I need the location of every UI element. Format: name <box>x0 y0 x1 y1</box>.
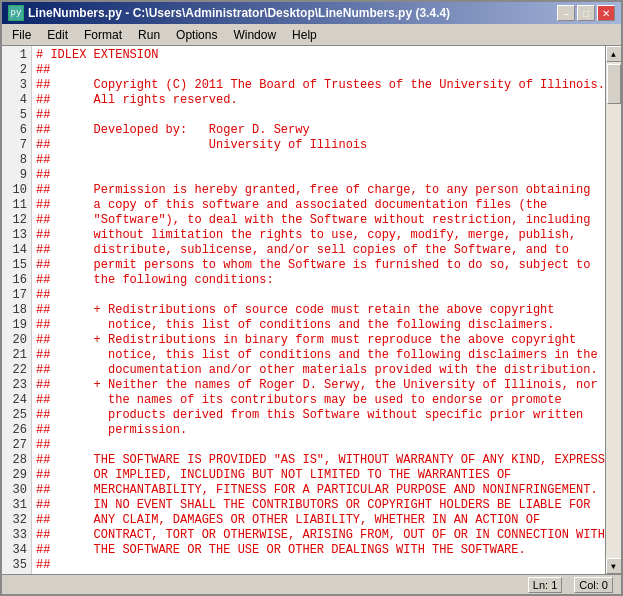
code-line: ## products derived from this Software w… <box>36 408 601 423</box>
line-number: 11 <box>6 198 27 213</box>
code-line: ## Developed by: Roger D. Serwy <box>36 123 601 138</box>
code-line: ## <box>36 558 601 573</box>
code-line: ## THE SOFTWARE IS PROVIDED "AS IS", WIT… <box>36 453 601 468</box>
line-number: 7 <box>6 138 27 153</box>
line-number: 3 <box>6 78 27 93</box>
code-line: ## ANY CLAIM, DAMAGES OR OTHER LIABILITY… <box>36 513 601 528</box>
line-number: 35 <box>6 558 27 573</box>
code-line: ## the following conditions: <box>36 273 601 288</box>
line-number: 19 <box>6 318 27 333</box>
minimize-button[interactable]: – <box>557 5 575 21</box>
code-line: ## notice, this list of conditions and t… <box>36 348 601 363</box>
code-line: ## <box>36 153 601 168</box>
code-line: ## without limitation the rights to use,… <box>36 228 601 243</box>
menu-bar: File Edit Format Run Options Window Help <box>2 24 621 46</box>
code-line: ## permit persons to whom the Software i… <box>36 258 601 273</box>
menu-options[interactable]: Options <box>168 26 225 44</box>
line-status: Ln: 1 <box>528 577 562 593</box>
code-line: ## <box>36 438 601 453</box>
line-number: 23 <box>6 378 27 393</box>
line-number: 12 <box>6 213 27 228</box>
code-line: ## "Software"), to deal with the Softwar… <box>36 213 601 228</box>
title-bar: py LineNumbers.py - C:\Users\Administrat… <box>2 2 621 24</box>
line-number: 21 <box>6 348 27 363</box>
scroll-track[interactable] <box>606 62 621 558</box>
code-line: ## permission. <box>36 423 601 438</box>
line-number: 18 <box>6 303 27 318</box>
menu-file[interactable]: File <box>4 26 39 44</box>
code-line: ## + Redistributions of source code must… <box>36 303 601 318</box>
code-line: ## a copy of this software and associate… <box>36 198 601 213</box>
line-number: 14 <box>6 243 27 258</box>
line-number: 29 <box>6 468 27 483</box>
menu-edit[interactable]: Edit <box>39 26 76 44</box>
line-number: 28 <box>6 453 27 468</box>
menu-help[interactable]: Help <box>284 26 325 44</box>
line-number: 33 <box>6 528 27 543</box>
code-line: ## THE SOFTWARE OR THE USE OR OTHER DEAL… <box>36 543 601 558</box>
menu-window[interactable]: Window <box>225 26 284 44</box>
code-line: ## MERCHANTABILITY, FITNESS FOR A PARTIC… <box>36 483 601 498</box>
editor-area: 1234567891011121314151617181920212223242… <box>2 46 621 574</box>
status-bar: Ln: 1 Col: 0 <box>2 574 621 594</box>
line-number: 34 <box>6 543 27 558</box>
scroll-thumb[interactable] <box>607 64 621 104</box>
line-number: 22 <box>6 363 27 378</box>
title-bar-left: py LineNumbers.py - C:\Users\Administrat… <box>8 5 450 21</box>
code-line: ## <box>36 108 601 123</box>
line-number: 20 <box>6 333 27 348</box>
line-number: 31 <box>6 498 27 513</box>
code-line: ## CONTRACT, TORT OR OTHERWISE, ARISING … <box>36 528 601 543</box>
scroll-up-button[interactable]: ▲ <box>606 46 622 62</box>
line-number: 4 <box>6 93 27 108</box>
code-content[interactable]: # IDLEX EXTENSION#### Copyright (C) 2011… <box>32 46 605 574</box>
line-number: 8 <box>6 153 27 168</box>
code-line: ## documentation and/or other materials … <box>36 363 601 378</box>
window-title: LineNumbers.py - C:\Users\Administrator\… <box>28 6 450 20</box>
line-number: 25 <box>6 408 27 423</box>
line-number: 2 <box>6 63 27 78</box>
line-number: 13 <box>6 228 27 243</box>
code-line: ## + Redistributions in binary form must… <box>36 333 601 348</box>
col-status: Col: 0 <box>574 577 613 593</box>
line-number: 32 <box>6 513 27 528</box>
line-number: 10 <box>6 183 27 198</box>
maximize-button[interactable]: □ <box>577 5 595 21</box>
code-line: ## notice, this list of conditions and t… <box>36 318 601 333</box>
code-line: ## Permission is hereby granted, free of… <box>36 183 601 198</box>
code-line: ## University of Illinois <box>36 138 601 153</box>
title-buttons: – □ ✕ <box>557 5 615 21</box>
code-line: ## + Neither the names of Roger D. Serwy… <box>36 378 601 393</box>
code-line: ## OR IMPLIED, INCLUDING BUT NOT LIMITED… <box>36 468 601 483</box>
code-line: # IDLEX EXTENSION <box>36 48 601 63</box>
line-number: 30 <box>6 483 27 498</box>
scroll-down-button[interactable]: ▼ <box>606 558 622 574</box>
line-number: 9 <box>6 168 27 183</box>
main-window: py LineNumbers.py - C:\Users\Administrat… <box>0 0 623 596</box>
code-line: ## Copyright (C) 2011 The Board of Trust… <box>36 78 601 93</box>
code-line: ## the names of its contributors may be … <box>36 393 601 408</box>
code-line: ## All rights reserved. <box>36 93 601 108</box>
line-number: 24 <box>6 393 27 408</box>
code-line: ## <box>36 288 601 303</box>
line-number: 5 <box>6 108 27 123</box>
menu-format[interactable]: Format <box>76 26 130 44</box>
app-icon: py <box>8 5 24 21</box>
line-number: 1 <box>6 48 27 63</box>
line-number: 6 <box>6 123 27 138</box>
line-number: 15 <box>6 258 27 273</box>
line-number: 17 <box>6 288 27 303</box>
vertical-scrollbar[interactable]: ▲ ▼ <box>605 46 621 574</box>
line-number: 27 <box>6 438 27 453</box>
code-line: ## <box>36 63 601 78</box>
menu-run[interactable]: Run <box>130 26 168 44</box>
line-numbers-gutter: 1234567891011121314151617181920212223242… <box>2 46 32 574</box>
code-line: ## IN NO EVENT SHALL THE CONTRIBUTORS OR… <box>36 498 601 513</box>
code-line: ## <box>36 168 601 183</box>
code-line: ## distribute, sublicense, and/or sell c… <box>36 243 601 258</box>
line-number: 26 <box>6 423 27 438</box>
close-button[interactable]: ✕ <box>597 5 615 21</box>
line-number: 16 <box>6 273 27 288</box>
